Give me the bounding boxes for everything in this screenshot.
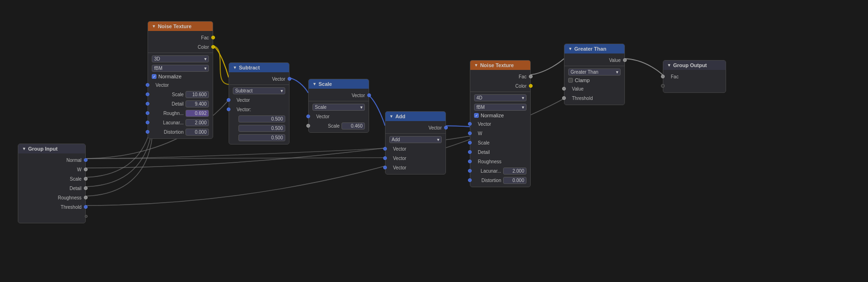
scale-value[interactable]: 0.460	[341, 122, 365, 130]
noise-roughness-socket[interactable]	[146, 111, 149, 115]
noise2-vector-row: Vector	[470, 119, 530, 129]
subtract-y-value[interactable]: 0.500	[238, 125, 285, 132]
noise2-interp-arrow: ▾	[522, 105, 524, 110]
scale-vec-out-label: Vector	[312, 93, 365, 98]
noise-scale-socket[interactable]	[146, 92, 149, 96]
group-input-header[interactable]: ▼ Group Input	[18, 144, 85, 153]
add-vec3-socket[interactable]	[383, 166, 387, 169]
noise2-fac-socket[interactable]	[529, 75, 533, 78]
gt-threshold-row: Threshold	[564, 93, 624, 103]
go-fac-socket[interactable]	[661, 75, 665, 78]
subtract-header[interactable]: ▼ Subtract	[229, 63, 289, 72]
gi-w-socket[interactable]	[84, 168, 88, 171]
subtract-collapse[interactable]: ▼	[233, 65, 237, 70]
scale-vec-out-row: Vector	[309, 91, 369, 100]
noise-texture-1-header[interactable]: ▼ Noise Texture	[148, 22, 213, 31]
group-output-header[interactable]: ▼ Group Output	[663, 61, 726, 70]
greater-than-collapse[interactable]: ▼	[568, 46, 572, 51]
noise-detail-value[interactable]: 9.400	[185, 100, 209, 107]
noise2-detail-label: Detail	[474, 150, 527, 155]
noise2-mode-dropdown[interactable]: 4D ▾	[474, 94, 527, 101]
noise-scale-value[interactable]: 10.600	[185, 91, 209, 98]
noise-vector-socket[interactable]	[146, 83, 149, 87]
noise-lacunarity-value[interactable]: 2.000	[185, 119, 209, 126]
noise2-color-socket[interactable]	[529, 84, 533, 88]
noise-fac-socket[interactable]	[211, 36, 215, 39]
subtract-vec-out-socket[interactable]	[288, 77, 291, 81]
noise2-distortion-value[interactable]: 0.000	[503, 177, 527, 184]
noise-lacunarity-socket[interactable]	[146, 121, 149, 124]
gi-roughness-socket[interactable]	[84, 196, 88, 199]
subtract-x-value[interactable]: 0.500	[238, 115, 285, 122]
noise2-vector-socket[interactable]	[468, 122, 472, 126]
gi-threshold-socket[interactable]	[84, 205, 88, 209]
subtract-vec-out-label: Vector	[233, 76, 285, 82]
gi-normal-socket[interactable]	[84, 158, 88, 162]
noise-normalize-label: Normalize	[158, 74, 182, 79]
gi-detail-socket[interactable]	[84, 186, 88, 190]
add-vec-out-socket[interactable]	[444, 126, 448, 130]
noise-mode-arrow: ▾	[204, 56, 207, 61]
noise2-distortion-socket[interactable]	[468, 178, 472, 182]
noise-distortion-socket[interactable]	[146, 130, 149, 134]
noise2-scale-row: Scale	[470, 138, 530, 147]
noise2-lacunarity-value[interactable]: 2.000	[503, 168, 527, 175]
add-header[interactable]: ▼ Add	[386, 112, 445, 121]
subtract-x-row: 0.500	[229, 114, 289, 123]
subtract-vec2-socket[interactable]	[227, 107, 230, 111]
noise2-normalize-checkbox[interactable]: ✓	[474, 113, 479, 118]
noise-distortion-label: Distortion	[152, 130, 184, 135]
group-input-collapse[interactable]: ▼	[22, 146, 26, 151]
noise2-detail-socket[interactable]	[468, 150, 472, 154]
subtract-vec-out-row: Vector	[229, 74, 289, 84]
noise-interp-dropdown[interactable]: fBM ▾	[152, 65, 209, 72]
noise2-mode-row: 4D ▾	[470, 93, 530, 102]
gt-clamp-checkbox[interactable]: ​	[568, 78, 573, 83]
noise-detail-socket[interactable]	[146, 102, 149, 106]
noise-texture-2-header[interactable]: ▼ Noise Texture	[470, 61, 530, 70]
noise2-roughness-socket[interactable]	[468, 160, 472, 163]
go-dot-socket[interactable]	[661, 84, 665, 88]
subtract-mode-dropdown[interactable]: Subtract ▾	[233, 87, 285, 94]
scale-mode-dropdown[interactable]: Scale ▾	[312, 104, 365, 111]
gt-mode-dropdown[interactable]: Greater Than ▾	[568, 69, 621, 76]
noise-mode-dropdown[interactable]: 3D ▾	[152, 55, 209, 62]
subtract-vec-in-row: Vector	[229, 95, 289, 105]
subtract-body: Vector Subtract ▾ Vector Vector: 0.500 0…	[229, 72, 289, 144]
greater-than-header[interactable]: ▼ Greater Than	[564, 44, 624, 53]
noise2-lacunarity-socket[interactable]	[468, 169, 472, 173]
add-vec1-label: Vector	[389, 146, 442, 152]
gi-extra-socket[interactable]	[85, 215, 88, 218]
group-output-collapse[interactable]: ▼	[667, 63, 671, 68]
subtract-vec-in-socket[interactable]	[227, 98, 230, 102]
noise2-scale-socket[interactable]	[468, 141, 472, 145]
collapse-arrow-2[interactable]: ▼	[474, 63, 478, 68]
gt-value-out-socket[interactable]	[623, 58, 627, 62]
noise-roughness-value[interactable]: 0.692	[185, 110, 209, 117]
gi-normal-label: Normal	[22, 158, 82, 163]
gt-value-in-socket[interactable]	[562, 87, 566, 91]
scale-in-socket[interactable]	[306, 124, 310, 128]
add-mode-dropdown[interactable]: Add ▾	[389, 136, 442, 143]
gt-threshold-socket[interactable]	[562, 96, 566, 100]
noise-normalize-checkbox[interactable]: ✓	[152, 74, 156, 79]
noise2-normalize-row: ✓ Normalize	[470, 112, 530, 119]
scale-vec-out-socket[interactable]	[367, 93, 371, 97]
scale-header[interactable]: ▼ Scale	[309, 79, 369, 89]
noise2-interp-dropdown[interactable]: fBM ▾	[474, 104, 527, 111]
noise2-w-socket[interactable]	[468, 131, 472, 135]
add-vec2-row: Vector	[386, 153, 445, 163]
add-vec1-socket[interactable]	[383, 147, 387, 151]
subtract-node: ▼ Subtract Vector Subtract ▾ Vector Vect…	[229, 62, 289, 145]
noise-distortion-value[interactable]: 0.000	[185, 129, 209, 136]
add-collapse[interactable]: ▼	[389, 114, 393, 119]
subtract-z-value[interactable]: 0.500	[238, 134, 285, 141]
add-vec2-socket[interactable]	[383, 156, 387, 160]
gi-scale-socket[interactable]	[84, 177, 88, 181]
noise-color-socket[interactable]	[211, 45, 215, 49]
collapse-arrow-1[interactable]: ▼	[152, 24, 156, 29]
scale-vec-in-socket[interactable]	[306, 114, 310, 118]
scale-collapse[interactable]: ▼	[312, 82, 317, 86]
scale-mode-arrow: ▾	[360, 105, 363, 110]
gi-w-label: W	[22, 167, 82, 172]
